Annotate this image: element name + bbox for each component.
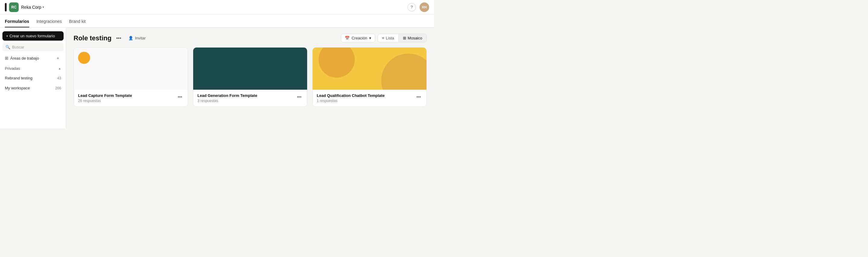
card-responses: 26 respuestas (78, 99, 132, 103)
form-card-lead-qualification[interactable]: Lead Qualification Chatbot Template 1 re… (312, 47, 427, 107)
invite-button[interactable]: 👤 Invitar (126, 35, 148, 41)
cards-grid: Lead Capture Form Template 26 respuestas… (73, 47, 427, 107)
privadas-section: Privadas ▲ (2, 65, 64, 72)
tab-formularios[interactable]: Formularios (5, 19, 29, 27)
yellow-decor-2 (318, 47, 355, 78)
logo-stripe (5, 3, 7, 11)
card-title: Lead Qualification Chatbot Template (317, 93, 384, 98)
sort-chevron-icon: ▾ (369, 36, 371, 40)
card-title: Lead Generation Form Template (197, 93, 257, 98)
list-view-button[interactable]: ≡ Lista (378, 34, 398, 42)
mosaic-view-button[interactable]: ⊞ Mosaico (398, 34, 427, 42)
card-info: Lead Capture Form Template 26 respuestas (78, 93, 132, 103)
more-options-button[interactable]: ••• (115, 34, 123, 42)
form-card-lead-generation[interactable]: Lead Generation Form Template 3 respuest… (193, 47, 307, 107)
card-menu-button[interactable]: ••• (415, 93, 422, 101)
sidebar-item-myworkspace[interactable]: My workspace 266 (2, 84, 64, 92)
org-name-button[interactable]: Reka Corp ▾ (21, 5, 44, 10)
sort-button[interactable]: 📅 Creación ▾ (341, 34, 375, 42)
search-icon: 🔍 (5, 45, 10, 49)
search-placeholder: Buscar (12, 45, 24, 49)
card-responses: 3 respuestas (197, 99, 257, 103)
card-menu-button[interactable]: ••• (176, 93, 184, 101)
card-menu-button[interactable]: ••• (296, 93, 303, 101)
invite-icon: 👤 (128, 36, 133, 40)
calendar-icon: 📅 (345, 36, 350, 40)
content-header: Role testing ••• 👤 Invitar 📅 Creación ▾ … (73, 34, 427, 42)
card-info: Lead Qualification Chatbot Template 1 re… (317, 93, 384, 103)
card-info: Lead Generation Form Template 3 respuest… (197, 93, 257, 103)
form-card-lead-capture[interactable]: Lead Capture Form Template 26 respuestas… (73, 47, 188, 107)
add-workspace-button[interactable]: + (55, 55, 61, 62)
myworkspace-label: My workspace (5, 86, 30, 90)
myworkspace-count: 266 (55, 86, 61, 90)
tab-brand-kit[interactable]: Brand kit (69, 19, 86, 27)
help-button[interactable]: ? (407, 3, 416, 11)
card-preview (313, 47, 427, 90)
sidebar-item-rebrand[interactable]: Rebrand testing 43 (2, 74, 64, 82)
grid-icon: ⊞ (5, 56, 8, 61)
collapse-icon[interactable]: ▲ (58, 67, 61, 70)
page-title: Role testing (73, 34, 112, 42)
top-nav-left: RC Reka Corp ▾ (5, 2, 44, 12)
yellow-decor-1 (381, 53, 427, 90)
card-body: Lead Qualification Chatbot Template 1 re… (313, 90, 427, 107)
tab-integraciones[interactable]: Integraciones (36, 19, 62, 27)
card-preview (74, 47, 188, 90)
user-avatar[interactable]: RH (420, 2, 429, 12)
sidebar: + Crear un nuevo formulario 🔍 Buscar ⊞ Á… (0, 28, 66, 128)
top-navigation: RC Reka Corp ▾ ? RH (0, 0, 434, 14)
content-area: Role testing ••• 👤 Invitar 📅 Creación ▾ … (66, 28, 434, 128)
grid-icon: ⊞ (403, 36, 406, 40)
card-body: Lead Generation Form Template 3 respuest… (193, 90, 307, 107)
rebrand-count: 43 (57, 76, 61, 80)
tab-bar: Formularios Integraciones Brand kit (0, 14, 434, 28)
card-responses: 1 respuestas (317, 99, 384, 103)
card-body: Lead Capture Form Template 26 respuestas… (74, 90, 188, 107)
main-layout: + Crear un nuevo formulario 🔍 Buscar ⊞ Á… (0, 28, 434, 128)
rebrand-label: Rebrand testing (5, 76, 33, 80)
search-bar[interactable]: 🔍 Buscar (2, 43, 64, 51)
create-form-button[interactable]: + Crear un nuevo formulario (2, 31, 64, 41)
card-title: Lead Capture Form Template (78, 93, 132, 98)
workspaces-label: Áreas de trabajo (10, 56, 39, 61)
top-nav-right: ? RH (407, 2, 429, 12)
org-avatar: RC (9, 2, 19, 12)
view-toggle: ≡ Lista ⊞ Mosaico (378, 34, 427, 42)
list-icon: ≡ (382, 36, 384, 40)
orange-circle-decor (78, 52, 90, 64)
logo-bar (5, 3, 7, 11)
chevron-down-icon: ▾ (42, 5, 44, 9)
card-preview (193, 47, 307, 90)
workspaces-section-header[interactable]: ⊞ Áreas de trabajo + (2, 53, 64, 63)
